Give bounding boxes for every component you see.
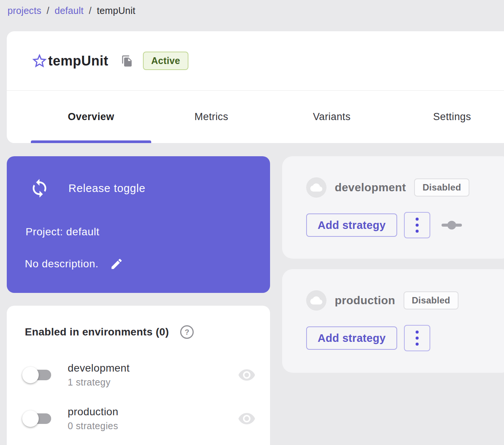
environment-row-strategies: 1 strategy (68, 377, 130, 388)
kebab-dot (416, 224, 419, 227)
description-row: No description. (25, 257, 123, 271)
panel-title: Enabled in environments (0) (25, 326, 169, 338)
breadcrumb-default-link[interactable]: default (55, 5, 83, 16)
environment-toggle-switch[interactable] (23, 413, 51, 424)
tab-metrics[interactable]: Metrics (151, 91, 272, 143)
toggle-type-label: Release toggle (68, 182, 146, 195)
switch-thumb (22, 410, 39, 427)
tab-variants[interactable]: Variants (272, 91, 392, 143)
kebab-dot (416, 230, 419, 233)
environment-row-name: development (68, 362, 130, 374)
environment-status-badge: Disabled (404, 291, 458, 309)
environment-row-name: production (68, 406, 118, 418)
environment-status-badge: Disabled (414, 178, 469, 197)
cloud-icon (310, 294, 322, 306)
panel-title-row: Enabled in environments (0) ? (25, 325, 194, 339)
environment-menu-button[interactable] (404, 212, 430, 238)
breadcrumb-separator: / (47, 5, 49, 16)
project-label: Project: default (26, 226, 99, 238)
feature-title-row: tempUnit Active (7, 31, 504, 90)
environment-toggle-row-development: development 1 strategy (23, 360, 256, 390)
environment-toggle-row-production: production 0 strategies (23, 404, 256, 434)
feature-flag-page: projects / default / tempUnit tempUnit A… (0, 0, 504, 445)
edit-description-icon[interactable] (110, 257, 123, 271)
enabled-environments-panel: Enabled in environments (0) ? developmen… (7, 306, 270, 445)
release-toggle-loop-icon (29, 178, 50, 198)
help-icon[interactable]: ? (180, 325, 194, 339)
environment-avatar (306, 177, 326, 198)
environment-row-strategies: 0 strategies (68, 421, 118, 431)
cloud-icon (310, 181, 322, 194)
environment-toggle-switch[interactable] (23, 370, 51, 380)
environment-actions: Add strategy (306, 212, 463, 238)
tab-settings[interactable]: Settings (392, 91, 504, 143)
breadcrumb-projects-link[interactable]: projects (8, 5, 41, 16)
breadcrumb: projects / default / tempUnit (8, 5, 135, 16)
kebab-dot (416, 343, 419, 346)
kebab-dot (416, 218, 419, 221)
environment-header: production Disabled (306, 290, 458, 311)
environment-card-production: production Disabled Add strategy (282, 269, 504, 373)
environment-avatar (306, 290, 326, 311)
row-text: production 0 strategies (68, 406, 118, 431)
status-badge: Active (143, 52, 188, 70)
environment-card-development: development Disabled Add strategy (282, 156, 504, 259)
description-text: No description. (25, 258, 99, 270)
strategy-commit-icon (441, 214, 463, 236)
environment-actions: Add strategy (306, 325, 430, 351)
add-strategy-button[interactable]: Add strategy (306, 326, 397, 350)
favorite-star-icon[interactable] (31, 52, 48, 70)
environment-header: development Disabled (306, 177, 469, 198)
visibility-eye-icon[interactable] (238, 366, 256, 384)
copy-name-icon[interactable] (121, 55, 133, 67)
kebab-dot (416, 331, 419, 334)
toggle-type-row: Release toggle (29, 178, 146, 198)
environment-menu-button[interactable] (404, 325, 430, 351)
visibility-eye-icon[interactable] (238, 410, 256, 428)
environment-name: development (335, 181, 406, 194)
tab-bar: Overview Metrics Variants Settings (7, 91, 504, 143)
tab-overview[interactable]: Overview (31, 91, 151, 143)
feature-header-card: tempUnit Active Overview Metrics Variant… (7, 31, 504, 143)
breadcrumb-current: tempUnit (97, 5, 135, 16)
row-text: development 1 strategy (68, 362, 130, 388)
environment-name: production (335, 294, 395, 307)
page-title: tempUnit (48, 53, 108, 69)
kebab-dot (416, 337, 419, 340)
feature-overview-card: Release toggle Project: default No descr… (7, 156, 270, 293)
add-strategy-button[interactable]: Add strategy (306, 213, 397, 237)
switch-thumb (22, 367, 39, 383)
active-tab-indicator (31, 140, 151, 143)
breadcrumb-separator: / (89, 5, 91, 16)
